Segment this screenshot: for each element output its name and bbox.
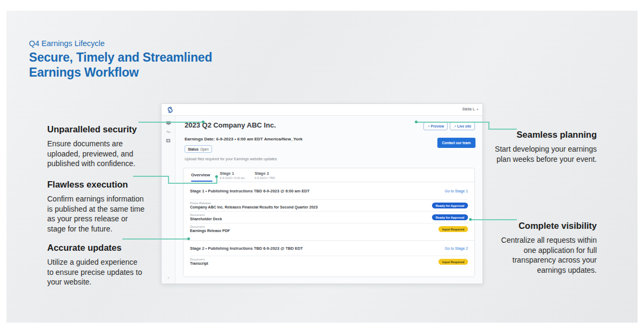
annotation-body: Confirm earnings information is publishe… xyxy=(47,194,163,234)
external-link-icon: ↗ xyxy=(427,125,430,128)
annotation-heading: Accurate updates xyxy=(47,243,163,253)
stage-2-header: Stage 2 • Publishing Instructions TBD 6-… xyxy=(184,241,474,256)
annotation-body: Centralize all requests within one appli… xyxy=(481,235,597,275)
stage-2-title: Stage 2 • Publishing Instructions TBD 6-… xyxy=(190,246,303,251)
status-label: Status xyxy=(188,147,199,151)
stage-1-rows: Press Release Company ABC Inc. Releases … xyxy=(190,199,468,235)
status-value: Open xyxy=(200,147,209,151)
document-type: Document xyxy=(190,258,208,262)
upload-note: Upload files required for your Earnings … xyxy=(185,157,277,161)
annotation-updates: Accurate updates Utilize a guided experi… xyxy=(47,243,163,287)
document-title: Transcript xyxy=(190,262,208,266)
tab-stage-1[interactable]: Stage 1 6-9-2023 • 6:00 am xyxy=(220,168,245,182)
app-topbar: Stella L. ▾ xyxy=(162,104,482,116)
annotation-body: Ensure documents are uploaded, previewed… xyxy=(47,139,163,169)
document-row[interactable]: Document Shareholder Deck Ready for Appr… xyxy=(190,211,468,223)
earnings-date: Earnings Date: 6-9-2023 • 6:00 am EDT Am… xyxy=(185,137,303,141)
status-pill: Input Required xyxy=(438,226,468,232)
app-sidebar: › xyxy=(162,116,175,283)
connector-updates-dot xyxy=(187,237,190,240)
connector-visibility-line xyxy=(471,219,517,220)
media-icon[interactable] xyxy=(166,138,171,143)
tab-bar: Overview Stage 1 6-9-2023 • 6:00 am Stag… xyxy=(184,168,474,182)
slide-title: Secure, Timely and Streamlined Earnings … xyxy=(29,50,212,80)
app-window: Stella L. ▾ › 2023 Q2 Company ABC Inc. xyxy=(161,103,483,284)
connector-planning-line xyxy=(416,122,489,123)
document-title: Earnings Release PDF xyxy=(190,229,230,233)
connector-visibility-dot xyxy=(469,218,472,221)
tab-label: Stage 2 xyxy=(254,171,275,176)
connector-planning-line xyxy=(488,129,517,130)
status-badge: Status Open xyxy=(185,145,212,153)
connector-execution-dot xyxy=(215,175,218,178)
go-to-stage-1-link[interactable]: Go to Stage 1 xyxy=(445,189,468,193)
annotation-execution: Flawless execution Confirm earnings info… xyxy=(47,180,163,234)
preview-button[interactable]: ↗ Preview xyxy=(423,122,448,130)
tab-overview[interactable]: Overview xyxy=(191,168,210,182)
annotation-heading: Unparalleled security xyxy=(47,124,163,135)
tab-label: Overview xyxy=(191,173,210,177)
contact-team-button[interactable]: Contact our team xyxy=(437,138,475,148)
annotation-body: Start developing your earnings plan week… xyxy=(481,144,597,164)
activity-icon[interactable] xyxy=(166,130,171,134)
tab-subtitle: 6-9-2023 • TBD xyxy=(254,176,275,180)
stage-1-title: Stage 1 • Publishing Instructions TBD 6-… xyxy=(190,189,310,193)
document-row[interactable]: Document Earnings Release PDF Input Requ… xyxy=(190,223,468,235)
annotation-heading: Flawless execution xyxy=(47,180,163,190)
user-menu[interactable]: Stella L. ▾ xyxy=(462,107,478,111)
slide-eyebrow: Q4 Earnings Lifecycle xyxy=(29,39,105,48)
annotation-security: Unparalleled security Ensure documents a… xyxy=(47,124,163,169)
document-row[interactable]: Press Release Company ABC Inc. Releases … xyxy=(190,199,468,211)
status-pill: Ready for Approval xyxy=(432,203,468,208)
annotation-visibility: Complete visibility Centralize all reque… xyxy=(481,221,597,275)
connector-execution-line xyxy=(168,183,217,184)
external-link-icon: ↗ xyxy=(453,125,456,128)
chevron-down-icon: ▾ xyxy=(477,108,478,111)
preview-button-label: Preview xyxy=(431,124,444,128)
tab-subtitle: 6-9-2023 • 6:00 am xyxy=(220,176,245,180)
document-type: Press Release xyxy=(190,201,318,205)
connector-security-line xyxy=(138,122,203,123)
document-row[interactable]: Document Transcript Input Required xyxy=(190,256,468,267)
tab-label: Stage 1 xyxy=(220,171,245,176)
annotation-body: Utilize a guided experience to ensure pr… xyxy=(47,257,163,287)
annotation-heading: Seamless planning xyxy=(481,130,597,140)
tab-stage-2[interactable]: Stage 2 6-9-2023 • TBD xyxy=(254,168,275,182)
app-main: 2023 Q2 Company ABC Inc. ↗ Preview ↗ Liv… xyxy=(175,116,482,283)
status-pill: Ready for Approval xyxy=(432,214,468,220)
chevron-right-icon[interactable]: › xyxy=(162,275,175,280)
document-title: Company ABC Inc. Releases Financial Resu… xyxy=(190,205,318,210)
stage-2-rows: Document Transcript Input Required xyxy=(190,256,468,267)
live-site-button[interactable]: ↗ Live site xyxy=(450,122,475,130)
user-name: Stella L. xyxy=(462,107,475,111)
connector-planning-dot xyxy=(415,121,418,123)
document-title: Shareholder Deck xyxy=(190,217,222,221)
document-type: Document xyxy=(190,213,222,217)
live-site-button-label: Live site xyxy=(457,124,471,128)
go-to-stage-2-link[interactable]: Go to Stage 2 xyxy=(445,247,468,250)
connector-execution-line xyxy=(133,176,169,177)
connector-security-dot xyxy=(202,121,204,123)
document-type: Document xyxy=(190,225,230,229)
annotation-heading: Complete visibility xyxy=(481,221,597,231)
annotation-planning: Seamless planning Start developing your … xyxy=(481,130,597,164)
stages-card: Overview Stage 1 6-9-2023 • 6:00 am Stag… xyxy=(183,168,475,277)
status-pill: Input Required xyxy=(438,259,468,265)
marketing-slide: Q4 Earnings Lifecycle Secure, Timely and… xyxy=(0,0,644,336)
q4-logo-icon xyxy=(166,106,174,114)
connector-updates-line xyxy=(122,238,189,240)
stage-1-header: Stage 1 • Publishing Instructions TBD 6-… xyxy=(184,182,474,199)
